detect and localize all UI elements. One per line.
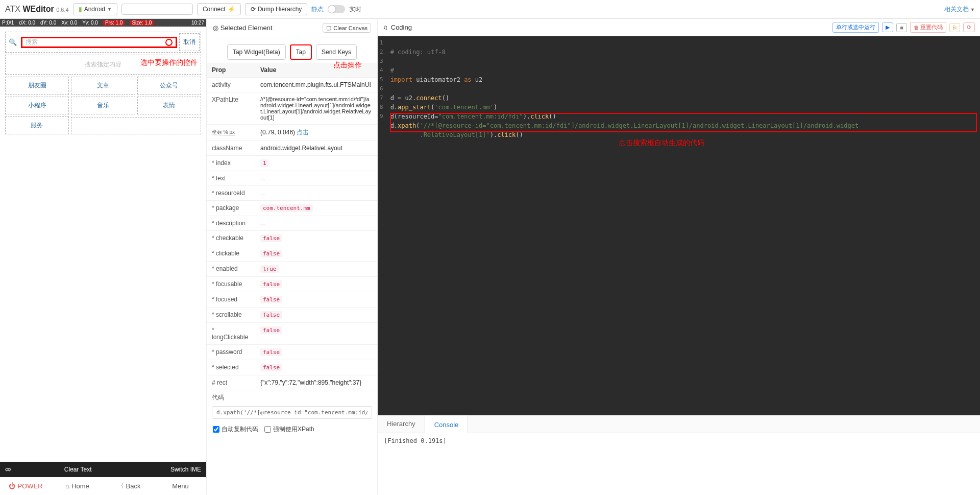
power-button[interactable]: ⏻POWER [0,482,52,490]
brand-name: WEditor [22,5,54,13]
cat-music[interactable]: 音乐 [71,97,135,114]
device-column: P:0/1 dX: 0.0 dY: 0.0 Xv: 0.0 Yv: 0.0 Pr… [0,19,207,494]
hint-area: 搜索指定内容 选中要操作的控件 [5,55,201,75]
cat-sticker[interactable]: 表情 [137,97,201,114]
cat-service[interactable]: 服务 [5,116,69,134]
annotation-select: 选中要操作的控件 [140,58,198,67]
device-footer: ∞ Clear Text Switch IME ⏻POWER ⌂Home 〈Ba… [0,462,206,494]
mode-realtime-label: 实时 [349,5,361,14]
tap-widget-button[interactable]: Tap Widget(Beta) [227,44,286,60]
th-prop: Prop [207,63,255,78]
coding-title: ♫ Coding [383,23,412,31]
chevron-down-icon: ▼ [107,7,112,12]
row-index: * index1 [207,156,377,171]
docs-label: 相关文档 [944,6,969,13]
plug-icon: ⚡ [228,6,235,13]
cat-official[interactable]: 公众号 [137,77,201,95]
device-debug-bar: P:0/1 dX: 0.0 dY: 0.0 Xv: 0.0 Yv: 0.0 Pr… [0,19,206,27]
stop-icon: ■ [900,25,903,31]
code-lines: # coding: utf-8 # import uiautomator2 as… [387,36,862,415]
row-enabled: * enabledtrue [207,262,377,277]
reset-code-button[interactable]: 🗑 重置代码 [910,22,946,33]
dump-hierarchy-button[interactable]: ⟳ Dump Hierarchy [245,3,308,15]
reload-button[interactable]: ⟳ [963,22,975,32]
infinity-icon[interactable]: ∞ [5,465,11,474]
auto-copy-label: 自动复制代码 [222,425,258,434]
row-xpathlite: XPathLite//*[@resource-id="com.tencent.m… [207,92,377,125]
copy-button[interactable]: ⎘ [949,23,960,32]
row-focused: * focusedfalse [207,292,377,308]
row-coords: 坐标 % px(0.79, 0.046) 点击 [207,125,377,141]
run-line-button[interactable]: 单行或选中运行 [832,22,879,33]
switch-ime-button[interactable]: Switch IME [145,466,201,473]
music-icon: ♫ [383,23,388,31]
cancel-button[interactable]: 取消 [179,33,200,51]
back-label: Back [126,482,141,490]
docs-link[interactable]: 相关文档 ▼ [944,5,975,14]
brand-version: 0.6.4 [56,7,68,13]
search-field-highlight[interactable]: 搜索 [21,37,177,48]
square-icon: ▢ [326,25,331,31]
gutter: 123456789 [378,36,387,415]
dbg-dy: dY: 0.0 [40,20,56,26]
platform-select[interactable]: ▮ Android ▼ [73,3,117,15]
search-placeholder: 搜索 [26,38,38,46]
home-icon: ⌂ [65,482,69,490]
tab-console[interactable]: Console [425,415,469,433]
force-xpath-label: 强制使用XPath [273,425,314,434]
back-button[interactable]: 〈Back [103,481,155,490]
home-button[interactable]: ⌂Home [52,482,103,490]
power-icon: ⏻ [9,482,15,490]
properties-table: PropValue activitycom.tencent.mm.plugin.… [207,63,377,390]
menu-button[interactable]: Menu [155,482,206,490]
mode-toggle[interactable] [328,5,345,13]
dbg-size: Size: 1.0 [130,20,154,26]
tab-hierarchy[interactable]: Hierarchy [378,415,425,433]
dbg-yv: Yv: 0.0 [82,20,98,26]
cat-friends[interactable]: 朋友圈 [5,77,69,95]
generated-code-input[interactable] [212,406,372,419]
dbg-dx: dX: 0.0 [19,20,35,26]
hint-text: 搜索指定内容 [85,61,121,68]
cat-miniprogram[interactable]: 小程序 [5,97,69,114]
play-icon: ▶ [886,24,890,31]
row-longclickable: * longClickablefalse [207,323,377,345]
code-label: 代码 [212,393,372,402]
menu-label: Menu [172,482,189,490]
android-icon: ▮ [79,6,82,13]
properties-column: ◎ Selected Element ▢ Clear Canvas Tap Wi… [207,19,378,494]
topbar: ATX WEditor 0.6.4 ▮ Android ▼ Connect ⚡ … [0,0,980,19]
coords-click-link[interactable]: 点击 [297,129,309,136]
dbg-p: P:0/1 [2,20,14,26]
dump-label: Dump Hierarchy [258,6,302,13]
trash-icon: 🗑 [914,25,919,31]
clear-text-button[interactable]: Clear Text [16,466,140,473]
force-xpath-checkbox[interactable] [264,426,271,433]
device-address-input[interactable] [121,4,193,15]
stop-button[interactable]: ■ [896,23,907,32]
row-text: * text [207,171,377,186]
clear-canvas-label: Clear Canvas [333,25,368,31]
clear-canvas-button[interactable]: ▢ Clear Canvas [323,23,371,33]
connect-label: Connect [203,6,226,13]
reload-icon: ⟳ [967,24,971,31]
bottom-tabs: Hierarchy Console [378,415,980,433]
device-screen[interactable]: 🔍 搜索 取消 搜索指定内容 选中要操作的控件 朋友圈 文章 公众号 小程序 音… [0,27,206,293]
run-play-button[interactable]: ▶ [882,22,893,32]
row-rect: # rect{"x":79,"y":72,"width":895,"height… [207,375,377,390]
row-classname: classNameandroid.widget.RelativeLayout [207,141,377,156]
row-clickable: * clickablefalse [207,246,377,262]
connect-button[interactable]: Connect ⚡ [197,3,241,15]
annotation-tap: 点击操作 [333,61,362,70]
row-checkable: * checkablefalse [207,231,377,246]
brand: ATX WEditor 0.6.4 [5,5,69,14]
row-package: * packagecom.tencent.mm [207,201,377,216]
cat-article[interactable]: 文章 [71,77,135,95]
dbg-xv: Xv: 0.0 [61,20,77,26]
tap-button[interactable]: Tap [290,44,312,60]
code-editor[interactable]: 123456789 # coding: utf-8 # import uiaut… [378,36,980,415]
row-password: * passwordfalse [207,345,377,360]
send-keys-button[interactable]: Send Keys [316,44,357,60]
auto-copy-checkbox[interactable] [213,426,219,433]
main: P:0/1 dX: 0.0 dY: 0.0 Xv: 0.0 Yv: 0.0 Pr… [0,19,980,494]
